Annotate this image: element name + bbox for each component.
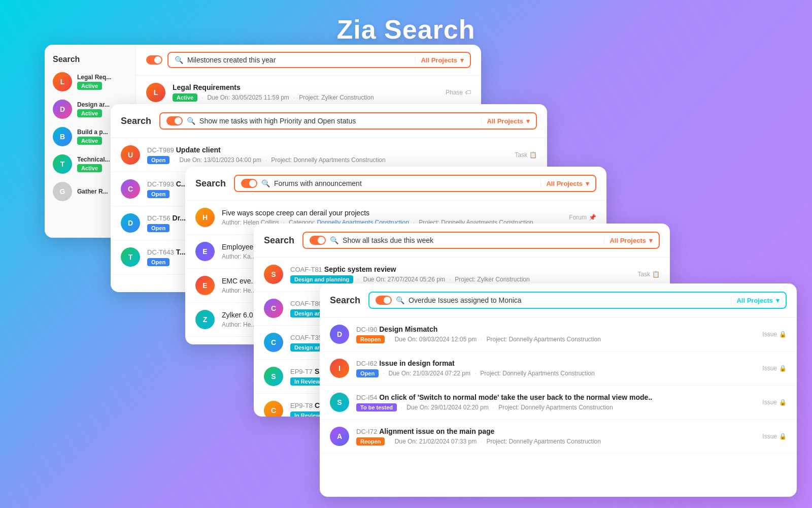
card2-search-label: Search — [121, 116, 151, 126]
card5-search-bar[interactable]: 🔍 Overdue Issues assigned to Monica All … — [368, 292, 787, 309]
item-content: DC-I72Alignment issue on the main page R… — [356, 427, 755, 446]
search-icon: 🔍 — [330, 236, 339, 244]
status-badge: In Review — [290, 411, 324, 417]
avatar: U — [121, 145, 140, 165]
avatar: C — [264, 401, 283, 417]
card2-project[interactable]: All Projects ▾ — [481, 117, 530, 125]
avatar: E — [195, 276, 215, 295]
zia-toggle[interactable] — [310, 236, 326, 245]
item-meta: Open · Due On: 21/03/2024 07:22 pm · Pro… — [356, 369, 755, 377]
list-item[interactable]: S DC-I54On click of 'Switch to normal mo… — [320, 386, 797, 420]
chevron-down-icon: ▾ — [526, 117, 530, 125]
card3-query: Forums with announcement — [274, 179, 536, 187]
item-meta: Reopen · Due On: 09/03/2024 12:05 pm · P… — [356, 335, 755, 343]
card5-header: Search 🔍 Overdue Issues assigned to Moni… — [320, 283, 797, 318]
chevron-down-icon: ▾ — [776, 297, 780, 304]
avatar: I — [330, 359, 349, 378]
status-badge: Active — [77, 109, 102, 117]
avatar: G — [53, 182, 72, 201]
item-title: Legal Requirements — [173, 83, 438, 91]
card5-body: D DC-I90Design Mismatch Reopen · Due On:… — [320, 318, 797, 454]
card5-search-label: Search — [330, 295, 360, 306]
item-title: DC-I62Issue in design format — [356, 359, 755, 367]
item-type: Phase 🏷 — [446, 89, 471, 96]
avatar: C — [121, 179, 140, 199]
status-badge: In Review — [290, 377, 324, 386]
list-item[interactable]: I DC-I62Issue in design format Open · Du… — [320, 352, 797, 386]
card3-search-bar[interactable]: 🔍 Forums with announcement All Projects … — [234, 175, 596, 192]
card5-query: Overdue Issues assigned to Monica — [409, 296, 727, 304]
avatar: Z — [195, 310, 215, 329]
item-type: Issue 🔒 — [762, 365, 787, 372]
chevron-down-icon: ▾ — [586, 180, 589, 187]
avatar: D — [53, 100, 72, 119]
item-type: Issue 🔒 — [762, 399, 787, 406]
status-badge: Active — [77, 137, 102, 145]
card1-project[interactable]: All Projects ▾ — [415, 56, 464, 64]
item-meta: To be tested · Due On: 29/01/2024 02:20 … — [356, 403, 755, 411]
card3-project[interactable]: All Projects ▾ — [540, 180, 589, 187]
card3-search-label: Search — [195, 178, 226, 189]
card4-query: Show all tasks due this week — [343, 236, 600, 244]
card4-search-bar[interactable]: 🔍 Show all tasks due this week All Proje… — [302, 232, 660, 249]
sidebar-item-name: Build a p... — [77, 129, 108, 136]
sidebar-item-name: Design ar... — [77, 101, 110, 108]
status-badge: Active — [77, 164, 102, 172]
zia-toggle[interactable] — [376, 296, 392, 305]
item-content: Legal Requirements Active · Due On: 30/0… — [173, 83, 438, 102]
card4-search-label: Search — [264, 235, 294, 246]
item-title: DC-T989Update client — [147, 146, 507, 154]
card1-header: 🔍 Milestones created this year All Proje… — [136, 45, 481, 76]
status-badge: Open — [147, 224, 170, 232]
zia-toggle[interactable] — [166, 116, 183, 125]
avatar: E — [195, 242, 215, 261]
card1-search-label: Search — [53, 55, 127, 64]
card2-search-bar[interactable]: 🔍 Show me tasks with high Priority and O… — [159, 112, 537, 130]
item-content: DC-I62Issue in design format Open · Due … — [356, 359, 755, 377]
card2-query: Show me tasks with high Priority and Ope… — [199, 117, 477, 125]
sidebar-item-name: Legal Req... — [77, 74, 111, 81]
chevron-down-icon: ▾ — [649, 237, 653, 244]
card-overdue-issues: Search 🔍 Overdue Issues assigned to Moni… — [320, 283, 797, 497]
card3-header: Search 🔍 Forums with announcement All Pr… — [185, 167, 606, 201]
sidebar-item-name: Gather R... — [77, 188, 108, 195]
item-title: DC-I54On click of 'Switch to normal mode… — [356, 393, 755, 401]
zia-toggle[interactable] — [146, 55, 162, 65]
status-badge: Reopen — [356, 335, 385, 343]
zia-toggle[interactable] — [241, 179, 257, 188]
item-type: Issue 🔒 — [762, 331, 787, 338]
card4-header: Search 🔍 Show all tasks due this week Al… — [254, 224, 670, 258]
card1-search-bar[interactable]: 🔍 Milestones created this year All Proje… — [167, 52, 471, 68]
item-content: DC-I54On click of 'Switch to normal mode… — [356, 393, 755, 411]
avatar: S — [330, 393, 349, 412]
sidebar-item-name: Technical... — [77, 156, 110, 163]
avatar: L — [146, 83, 165, 102]
avatar: S — [264, 265, 283, 284]
list-item[interactable]: D DC-I90Design Mismatch Reopen · Due On:… — [320, 318, 797, 352]
avatar: A — [330, 427, 349, 446]
avatar: T — [53, 154, 72, 174]
sidebar-item-1[interactable]: L Legal Req... Active — [53, 72, 127, 91]
item-meta: Open · Due On: 13/01/2023 04:00 pm · Pro… — [147, 156, 507, 164]
avatar: T — [121, 247, 140, 267]
search-icon: 🔍 — [187, 117, 195, 125]
avatar: C — [264, 333, 283, 352]
card5-project[interactable]: All Projects ▾ — [731, 297, 780, 304]
avatar: H — [195, 208, 215, 227]
card1-query: Milestones created this year — [187, 56, 411, 64]
card4-project[interactable]: All Projects ▾ — [604, 237, 653, 244]
avatar: D — [121, 213, 140, 233]
avatar: L — [53, 72, 72, 91]
item-meta: Reopen · Due On: 21/02/2024 07:33 pm · P… — [356, 437, 755, 446]
avatar: B — [53, 127, 72, 146]
search-icon: 🔍 — [261, 179, 270, 187]
item-title: Five ways scope creep can derail your pr… — [222, 209, 562, 217]
status-badge: To be tested — [356, 403, 397, 411]
item-type: Task 📋 — [637, 271, 660, 278]
list-item[interactable]: A DC-I72Alignment issue on the main page… — [320, 420, 797, 454]
avatar: S — [264, 367, 283, 386]
status-badge: Open — [147, 190, 170, 198]
item-content: DC-I90Design Mismatch Reopen · Due On: 0… — [356, 325, 755, 343]
search-icon: 🔍 — [175, 56, 183, 64]
chevron-down-icon: ▾ — [460, 56, 464, 64]
